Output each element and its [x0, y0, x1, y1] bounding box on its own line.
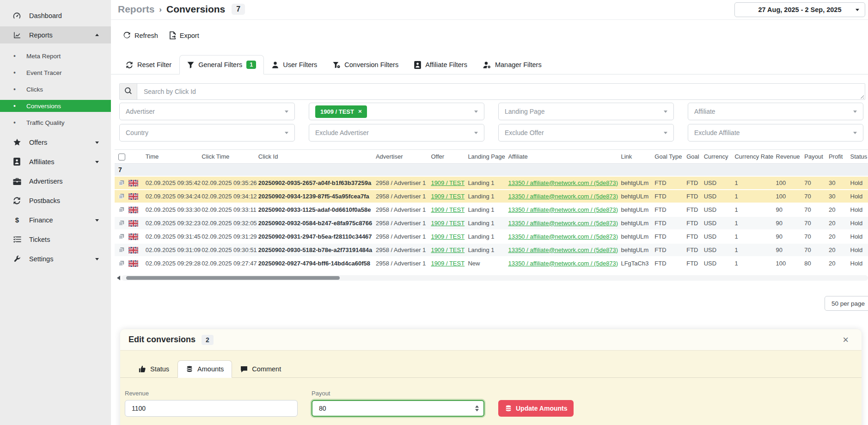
sidebar-subitem-event-tracer[interactable]: •Event Tracer	[0, 67, 111, 79]
filter-select-exclude-advertiser[interactable]: Exclude Advertiser	[309, 124, 484, 142]
cell-copy	[115, 203, 128, 216]
total-count: 7	[115, 164, 868, 176]
copy-icon[interactable]	[118, 180, 125, 186]
date-range-value: 27 Aug, 2025 - 2 Sep, 2025	[758, 6, 841, 13]
cell-link: behtgULm	[621, 216, 654, 230]
panel-tab-status[interactable]: Status	[130, 360, 177, 378]
close-icon[interactable]: ×	[843, 335, 849, 345]
search-input[interactable]	[137, 84, 865, 99]
update-amounts-button[interactable]: Update Amounts	[498, 400, 574, 417]
breadcrumb-parent-link[interactable]: Reports	[118, 4, 154, 15]
copy-icon[interactable]	[118, 234, 125, 240]
filter-select-exclude-affiliate[interactable]: Exclude Affiliate	[688, 124, 863, 142]
table-row[interactable]: 02.09.2025 09:31:0902.09.2025 09:30:5120…	[115, 243, 868, 257]
offer-link[interactable]: 1909 / TEST	[431, 220, 465, 227]
filter-select-landing-page[interactable]: Landing Page	[498, 103, 674, 120]
scrollbar-track[interactable]	[122, 275, 868, 281]
chip-label: 1909 / TEST	[320, 108, 354, 115]
copy-icon[interactable]	[118, 193, 125, 200]
cell-landing: Landing 1	[468, 230, 508, 243]
summary-row: 7	[115, 164, 868, 176]
filter-select-country[interactable]: Country	[119, 124, 295, 142]
sidebar-item-reports[interactable]: Reports	[0, 26, 111, 43]
offer-link[interactable]: 1909 / TEST	[431, 179, 465, 186]
sidebar-item-label: Tickets	[29, 236, 50, 243]
tab-user-filters[interactable]: User Filters	[264, 55, 325, 74]
sidebar-item-affiliates[interactable]: Affiliates	[0, 153, 111, 170]
filter-select-offer[interactable]: 1909 / TEST×	[309, 103, 484, 120]
filter-select-affiliate[interactable]: Affiliate	[688, 103, 863, 120]
cell-copy	[115, 257, 128, 270]
sidebar-subitem-meta-report[interactable]: •Meta Report	[0, 50, 111, 62]
affiliate-link[interactable]: 13350 / affiliate@network.com / (5de873)	[508, 193, 618, 200]
table-row[interactable]: 02.09.2025 09:34:2402.09.2025 09:34:1220…	[115, 190, 868, 203]
column-header-revenue: Revenue	[776, 150, 805, 164]
cell-click_time: 02.09.2025 09:35:26	[202, 176, 258, 190]
sidebar-subitem-label: Traffic Quality	[26, 119, 65, 126]
table-row[interactable]: 02.09.2025 09:31:4502.09.2025 09:31:2920…	[115, 230, 868, 243]
offer-link[interactable]: 1909 / TEST	[431, 206, 465, 213]
sidebar-item-tickets[interactable]: Tickets	[0, 231, 111, 248]
affiliate-link[interactable]: 13350 / affiliate@network.com / (5de873)	[508, 179, 618, 186]
tab-affiliate-filters[interactable]: Affiliate Filters	[406, 55, 475, 74]
sidebar-item-offers[interactable]: Offers	[0, 134, 111, 151]
sidebar-item-advertisers[interactable]: Advertisers	[0, 172, 111, 190]
sidebar-subitem-conversions[interactable]: •Conversions	[0, 100, 111, 112]
number-stepper[interactable]	[475, 404, 479, 413]
affiliate-link[interactable]: 13350 / affiliate@network.com / (5de873)	[508, 246, 618, 253]
table-row[interactable]: 02.09.2025 09:35:4202.09.2025 09:35:2620…	[115, 176, 868, 190]
tab-conversion-filters[interactable]: Conversion Filters	[325, 55, 406, 74]
table-row[interactable]: 02.09.2025 09:32:2302.09.2025 09:32:0520…	[115, 216, 868, 230]
selected-filter-chip: 1909 / TEST×	[315, 105, 367, 118]
export-icon	[169, 31, 176, 39]
sidebar-subitem-clicks[interactable]: •Clicks	[0, 83, 111, 95]
affiliate-link[interactable]: 13350 / affiliate@network.com / (5de873)	[508, 260, 618, 267]
affiliate-link[interactable]: 13350 / affiliate@network.com / (5de873)	[508, 206, 618, 213]
cell-payout: 80	[804, 257, 829, 270]
table-row[interactable]: 02.09.2025 09:29:2802.09.2025 09:27:4720…	[115, 257, 868, 270]
cell-offer: 1909 / TEST	[431, 203, 468, 216]
cell-offer: 1909 / TEST	[431, 230, 468, 243]
offer-link[interactable]: 1909 / TEST	[431, 193, 465, 200]
scrollbar-thumb[interactable]	[126, 276, 340, 280]
filter-select-advertiser[interactable]: Advertiser	[119, 103, 295, 120]
sidebar-item-label: Reports	[29, 31, 53, 39]
affiliate-link[interactable]: 13350 / affiliate@network.com / (5de873)	[508, 220, 618, 227]
cell-click_id: 20250902-0930-5182-b78e-a2f73191484a	[258, 243, 376, 257]
export-button[interactable]: Export	[169, 31, 199, 39]
cell-revenue: 100	[776, 257, 805, 270]
chip-remove-icon[interactable]: ×	[358, 108, 362, 115]
offer-link[interactable]: 1909 / TEST	[431, 260, 465, 267]
copy-icon[interactable]	[118, 207, 125, 213]
tab-reset-filter[interactable]: Reset Filter	[118, 55, 179, 74]
panel-tab-amounts[interactable]: Amounts	[177, 360, 232, 378]
sidebar-item-dashboard[interactable]: Dashboard	[0, 7, 111, 24]
sidebar-item-postbacks[interactable]: Postbacks	[0, 192, 111, 209]
tab-manager-filters[interactable]: Manager Filters	[475, 55, 550, 74]
copy-icon[interactable]	[118, 247, 125, 253]
table-row[interactable]: 02.09.2025 09:33:3002.09.2025 09:33:1120…	[115, 203, 868, 216]
cell-offer: 1909 / TEST	[431, 176, 468, 190]
cell-affiliate: 13350 / affiliate@network.com / (5de873)	[508, 176, 621, 190]
cell-landing: Landing 1	[468, 176, 508, 190]
refresh-icon	[123, 32, 131, 39]
offer-link[interactable]: 1909 / TEST	[431, 233, 465, 240]
copy-icon[interactable]	[118, 260, 125, 267]
filter-select-exclude-offer[interactable]: Exclude Offer	[498, 124, 674, 142]
sidebar-item-settings[interactable]: Settings	[0, 250, 111, 267]
per-page-select[interactable]: 50 per page	[825, 296, 868, 311]
panel-tab-comment[interactable]: Comment	[232, 360, 289, 378]
date-range-select[interactable]: 27 Aug, 2025 - 2 Sep, 2025	[734, 2, 865, 17]
affiliate-link[interactable]: 13350 / affiliate@network.com / (5de873)	[508, 233, 618, 240]
offer-link[interactable]: 1909 / TEST	[431, 246, 465, 253]
tab-general-filters[interactable]: General Filters1	[179, 55, 264, 74]
sidebar-subitem-traffic-quality[interactable]: •Traffic Quality	[0, 117, 111, 129]
copy-icon[interactable]	[118, 220, 125, 227]
scroll-left-arrow[interactable]	[115, 276, 120, 280]
revenue-field[interactable]	[125, 400, 298, 417]
refresh-button[interactable]: Refresh	[123, 31, 158, 39]
select-all-checkbox[interactable]	[118, 154, 125, 160]
cell-click_id: 20250902-0935-2657-a04f-b1f63b37259a	[258, 176, 376, 190]
payout-field[interactable]	[312, 400, 484, 417]
sidebar-item-finance[interactable]: $Finance	[0, 211, 111, 228]
